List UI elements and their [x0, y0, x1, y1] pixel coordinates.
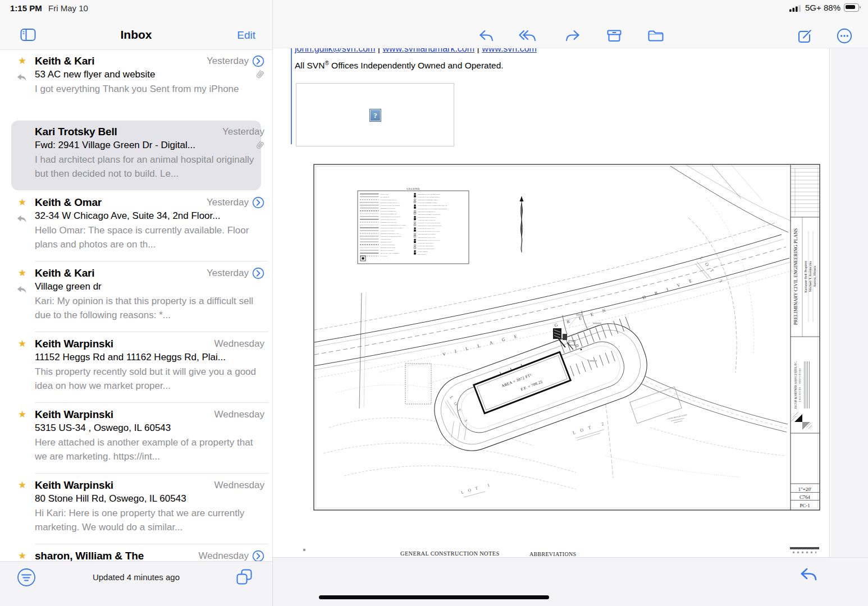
email-preview: I had architect plans for an animal hosp… [35, 153, 264, 181]
status-bar: 1:15 PM Fri May 10 5G+ 88% [0, 0, 868, 17]
reply-action-icon[interactable] [799, 566, 818, 584]
legend-item: EXISTING SANITARY SEWER [381, 205, 400, 206]
link-divider: | [474, 48, 482, 53]
legend-item: EXISTING FORCE MAIN [381, 199, 397, 201]
next-sheet-bar [790, 547, 819, 549]
email-preview: Here attached is another example of a pr… [35, 435, 264, 463]
missing-image-placeholder[interactable]: ? [296, 83, 454, 146]
legend-item: EXISTING SANITARY MANHOLE [418, 196, 440, 198]
email-sender: Keith Warpinski [35, 338, 113, 350]
email-list-item[interactable]: ★ Keith & Kari Yesterday Village green d… [0, 261, 272, 332]
archive-icon[interactable] [606, 28, 623, 44]
legend-item: PROPOSED SPOT [381, 241, 392, 243]
email-list-item[interactable]: ★ Keith Warpinski Wednesday 80 Stone Hil… [0, 474, 272, 544]
home-indicator[interactable] [319, 595, 549, 599]
star-icon: ★ [18, 198, 26, 207]
legend-item: EXISTING FLARED END SECTION [418, 222, 440, 224]
email-preview: Kari: My opinion is that this property i… [35, 294, 264, 322]
chevron-circle-icon[interactable] [252, 55, 264, 67]
email-time: Yesterday [207, 56, 249, 67]
email-list-item[interactable]: ★ sharon, William & The Wednesday [0, 544, 272, 561]
email-time: Yesterday [207, 268, 249, 279]
firm-name: JACOB & HEFNER ASSOCIATES, P.C. [794, 361, 797, 409]
folder-icon[interactable] [647, 29, 664, 43]
firm-sub: ENGINEERS - SURVEYORS [799, 368, 801, 402]
email-list-item[interactable]: ★ Keith & Omar Yesterday 32-34 W Chicago… [0, 191, 272, 261]
legend-item: EXISTING RAILROAD TRACKS [381, 236, 401, 237]
next-sheet-mark [303, 549, 305, 551]
legend-item: EXISTING FIRE HYDRANT [418, 219, 436, 221]
legend-item: EXISTING STORM MANHOLE [418, 202, 438, 204]
email-link[interactable]: john.gulik@svn.com [295, 48, 375, 53]
email-subject: Fwd: 2941 Village Green Dr - Digital... [35, 140, 252, 151]
windows-icon[interactable] [235, 568, 253, 586]
replied-icon [17, 74, 27, 82]
email-time: Yesterday [207, 197, 249, 208]
legend-item: EXISTING CONTOUR [381, 244, 395, 246]
email-sender: Keith Warpinski [35, 408, 113, 421]
legend-item: PROPOSED BUFFALO BOX [418, 233, 436, 235]
star-icon: ★ [18, 551, 26, 561]
email-preview: I got everything Thank you Sent from my … [35, 82, 264, 96]
message-body: john.gulik@svn.com | www.svnlandmark.com… [272, 48, 831, 557]
next-sheet-caption [793, 552, 816, 553]
star-icon: ★ [18, 410, 26, 419]
email-time: Wednesday [214, 480, 264, 491]
edit-button[interactable]: Edit [237, 29, 255, 42]
legend-item: FLOW ARROW [418, 251, 428, 252]
legend-title: LEGEND [406, 187, 420, 190]
content-right-margin [831, 48, 868, 557]
site-link-1[interactable]: www.svnlandmark.com [382, 48, 474, 53]
site-plan-attachment[interactable]: AREA = 3072 FT² F.F. = 708.25 [313, 164, 820, 511]
paperclip-icon [254, 69, 264, 80]
replied-icon [17, 286, 27, 294]
compose-icon[interactable] [796, 27, 813, 44]
legend-item: DRAINAGE AREA NUMBER [381, 252, 399, 254]
email-sender: Keith & Omar [35, 196, 102, 209]
client-city: Aurora, Illinois [812, 265, 816, 287]
mailbox-footer: Updated 4 minutes ago [0, 561, 272, 606]
legend-item: EXISTING SPOT [381, 238, 391, 240]
network-status: 5G+ 88% [805, 3, 840, 12]
legend-item: PROPOSED STORM LINE [381, 213, 398, 215]
more-icon[interactable] [836, 27, 853, 44]
legend-item: EXISTING WATER LINE [381, 219, 396, 221]
replied-icon [17, 215, 27, 223]
email-sender: Keith & Kari [35, 55, 94, 67]
legend-item: PROPOSED WATER VALVE VAULT [418, 240, 441, 241]
email-sender: Keith & Kari [35, 267, 94, 279]
star-icon: ★ [18, 480, 26, 490]
paperclip-icon [254, 140, 264, 151]
star-icon: ★ [18, 56, 26, 66]
battery-icon [844, 3, 859, 12]
email-list-item[interactable]: ★ Keith & Kari Yesterday 53 AC new flyer… [0, 49, 272, 120]
chevron-circle-icon[interactable] [252, 550, 264, 561]
reply-all-icon[interactable] [518, 27, 537, 44]
email-subject: 5315 US-34 , Oswego, IL 60543 [35, 423, 264, 434]
forward-icon[interactable] [564, 27, 581, 44]
ipad-mail-screen: Inbox Edit ★ Keith & Kari Yesterday 53 A… [0, 0, 868, 606]
legend-item: EXISTING LIGHT POLE [418, 242, 433, 244]
pane-divider [272, 0, 273, 606]
email-subject: 80 Stone Hill Rd, Oswego, IL 60543 [35, 493, 264, 504]
svn-text: All SVN [295, 61, 325, 70]
email-list-item[interactable]: ★ Keith Warpinski Wednesday 11152 Heggs … [0, 332, 272, 403]
email-list-item[interactable]: ★ Kari Trotsky Bell Yesterday Fwd: 2941 … [0, 120, 272, 191]
legend-item: EXISTING UNDERGROUND ELECTRIC [381, 224, 406, 226]
email-list-item[interactable]: ★ Keith Warpinski Wednesday 5315 US-34 ,… [0, 403, 272, 474]
legend-item: UNDERGROUND TELEPHONE [381, 216, 401, 218]
svn-disclaimer: All SVN® Offices Independently Owned and… [295, 60, 504, 71]
signal-icon [789, 4, 802, 12]
mailbox-pane: Inbox Edit ★ Keith & Kari Yesterday 53 A… [0, 0, 272, 606]
legend-item: PROPOSED STORM CATCH BASIN [418, 214, 441, 215]
reply-icon[interactable] [478, 27, 495, 44]
chevron-circle-icon[interactable] [252, 196, 264, 209]
chevron-circle-icon[interactable] [252, 267, 264, 279]
site-link-2[interactable]: www.svn.com [482, 48, 537, 53]
link-divider: | [375, 48, 382, 53]
email-time: Yesterday [222, 126, 264, 137]
plan-title: PRELIMINARY CIVIL ENGINEERING PLANS [793, 228, 798, 325]
client-name: Karianne Bell Property [803, 260, 807, 292]
abbreviations-heading: ABBREVIATIONS [529, 551, 576, 557]
email-time: Wednesday [199, 550, 249, 561]
